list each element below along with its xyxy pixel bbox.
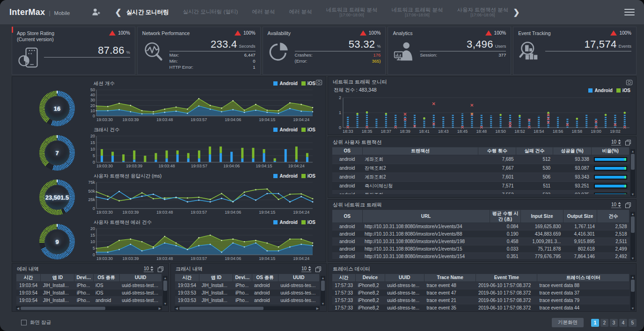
chevron-right-icon[interactable]: ❯ <box>513 8 520 16</box>
column-header[interactable]: UUID <box>278 274 319 282</box>
vertical-scrollbar[interactable]: ▲▼ <box>321 276 325 306</box>
add-user-icon[interactable] <box>91 7 101 17</box>
table-row[interactable]: 19:03:53JIH_Install...iPho...androiduuid… <box>175 296 320 304</box>
table-row[interactable]: 19:03:54JIH_Install...iPho...iOSuuid-str… <box>16 304 162 304</box>
page-button-5[interactable]: 5 <box>629 319 637 327</box>
column-header[interactable]: 시간 <box>175 274 199 282</box>
page-size-stepper[interactable]: 10 <box>611 202 621 208</box>
table-row[interactable]: 17:57:33iPhone8,2uuid-stress-te...trace … <box>332 289 629 296</box>
table-row[interactable]: 19:03:54JIH_Install...iPho...androiduuid… <box>16 296 162 304</box>
svg-text:18:43: 18:43 <box>438 129 449 134</box>
top-nav: InterMax | Mobile ❮ 실시간 모니터링실시간 모니터링 (멀티… <box>0 0 644 24</box>
table-row[interactable]: android통장조회7,55252393.075 <box>332 190 629 194</box>
tab-5[interactable]: 네트워크 트래픽 분석[17:06~18:06] <box>392 7 443 18</box>
column-header[interactable]: 앱 ID <box>199 274 233 282</box>
tab-1[interactable]: 실시간 모니터링 (멀티) <box>183 9 238 15</box>
column-header[interactable]: 성공율 (%) <box>553 147 592 155</box>
screen-lock-checkbox[interactable]: 화면 잠금 <box>21 319 51 326</box>
svg-text:15: 15 <box>90 140 95 145</box>
table-row[interactable]: android계좌조회27,60150693.343 <box>332 173 629 181</box>
svg-text:20: 20 <box>90 134 95 138</box>
column-header[interactable]: 평균 수행 시간 (초) <box>490 210 521 223</box>
column-header[interactable]: Event Time <box>476 274 537 282</box>
copy-icon[interactable] <box>625 139 631 146</box>
tab-0[interactable]: 실시간 모니터링 <box>126 9 169 15</box>
table-row[interactable]: android즉시이체신청7,57151193.251 <box>332 181 629 190</box>
table-row[interactable]: 17:57:33iPhone8,2uuid-stress-te...trace … <box>332 296 629 304</box>
column-header[interactable]: Trace Name <box>424 274 476 282</box>
top_network-grid: OSURL평균 수행 시간 (초)Input SizeOutput Size건수… <box>332 209 629 259</box>
kpi-value: 3,496Users <box>420 38 506 50</box>
column-header[interactable]: 시간 <box>332 274 356 282</box>
table-row[interactable]: 19:03:54JIH_Install...iPho...iOSuuid-str… <box>16 281 162 289</box>
table-row[interactable]: 19:03:53JIH_Install...iPho...androiduuid… <box>175 289 320 296</box>
page-button-4[interactable]: 4 <box>619 319 627 327</box>
column-header[interactable]: Input Size <box>521 210 564 223</box>
table-row[interactable]: android계좌조회7,68551293.338 <box>332 155 629 164</box>
tab-4[interactable]: 네트워크 트래픽 분석[17:00~18:00] <box>326 7 378 18</box>
table-row[interactable]: 17:57:33iPhone8,2uuid-stress-te...trace … <box>332 281 629 289</box>
table-row[interactable]: android잔액조회27,66753093.087 <box>332 164 629 173</box>
tab-3[interactable]: 에러 분석 <box>289 9 312 15</box>
horizontal-scrollbar[interactable]: ◀▶ <box>175 306 320 310</box>
column-header[interactable]: 비율(%) <box>592 147 629 155</box>
copy-icon[interactable] <box>625 202 631 209</box>
column-header[interactable]: UUID <box>119 274 161 282</box>
column-header[interactable]: Device <box>74 274 93 282</box>
column-header[interactable]: Device <box>233 274 252 282</box>
column-header[interactable]: UUID <box>385 274 424 282</box>
gauge-value: 16 <box>54 105 60 112</box>
table-row[interactable]: androidhttp://10.10.31.108:8080/imxstore… <box>332 230 629 238</box>
column-header[interactable]: Output Size <box>563 210 597 223</box>
column-header[interactable]: 수행 횟수 <box>478 147 516 155</box>
default-screen-button[interactable]: 기본화면 <box>552 318 584 327</box>
column-header[interactable]: OS <box>332 147 363 155</box>
page-size-stepper[interactable]: 10 <box>144 266 154 272</box>
vertical-scrollbar[interactable]: ▲▼ <box>630 275 635 310</box>
vertical-scrollbar[interactable]: ▲▼ <box>163 276 168 306</box>
svg-text:5: 5 <box>93 153 95 158</box>
kpi-card-4: Event Tracking100%17,574Events <box>513 27 637 75</box>
page-size-stepper[interactable]: 10 <box>301 266 311 272</box>
column-header[interactable]: 트레이스 데이터 <box>537 274 629 282</box>
svg-text:20: 20 <box>90 226 95 231</box>
page-button-1[interactable]: 1 <box>591 319 599 327</box>
copy-icon[interactable] <box>157 266 164 273</box>
page-button-2[interactable]: 2 <box>600 319 608 327</box>
menu-icon[interactable] <box>624 7 635 17</box>
vertical-scrollbar[interactable]: ▲▼ <box>630 212 635 260</box>
column-header[interactable]: URL <box>362 210 490 223</box>
chevron-left-icon[interactable]: ❮ <box>115 8 121 16</box>
table-row[interactable]: androidhttp://10.10.31.108:8080/imxstore… <box>332 253 629 259</box>
column-header[interactable]: 앱 ID <box>41 274 74 282</box>
table-row[interactable]: androidhttp://10.10.31.108:8080/imxstore… <box>332 223 629 230</box>
column-header[interactable]: OS <box>332 210 363 223</box>
kpi-percent: 100% <box>619 30 631 36</box>
column-header[interactable]: 실패 건수 <box>516 147 553 155</box>
table-row[interactable]: 19:03:53JIH_Install...iPho...androiduuid… <box>175 304 320 304</box>
kpi-status: 100% <box>610 30 631 36</box>
column-header[interactable]: 트랜잭션 <box>362 147 478 155</box>
realtime-charts-panel: 16723,501.59 세션 개수AndroidiOS010203040501… <box>12 76 326 262</box>
kpi-percent: 100% <box>369 30 381 36</box>
column-header[interactable]: 건수 <box>597 210 629 223</box>
tab-2[interactable]: 에러 분석 <box>252 9 275 15</box>
page-size-stepper[interactable]: 10 <box>611 139 621 145</box>
column-header[interactable]: OS 종류 <box>252 274 278 282</box>
page-button-3[interactable]: 3 <box>610 319 618 327</box>
table-row[interactable]: androidhttp://10.10.31.108:8080/imxstore… <box>332 238 629 245</box>
kpi-status: 100% <box>485 30 506 36</box>
table-row[interactable]: androidhttp://10.10.31.108:8080/imxstore… <box>332 245 629 253</box>
table-row[interactable]: 19:03:54JIH_Install...iPho...androiduuid… <box>175 281 320 289</box>
column-header[interactable]: 시간 <box>16 274 41 282</box>
table-row[interactable]: 17:57:33iPhone8,2uuid-stress-te...trace … <box>332 304 629 311</box>
table-row[interactable]: 19:03:54JIH_Install...iPho...iOSuuid-str… <box>16 289 162 296</box>
panel-title: 크래시 내역 <box>176 266 203 273</box>
vertical-scrollbar[interactable]: ▲▼ <box>630 149 635 196</box>
column-header[interactable]: Device <box>356 274 385 282</box>
tab-6[interactable]: 사용자 트랜잭션 분석[17:06~18:06] <box>457 7 508 18</box>
copy-icon[interactable] <box>315 266 322 273</box>
snapshot-icon[interactable] <box>626 79 633 86</box>
column-header[interactable]: OS 종류 <box>93 274 119 282</box>
horizontal-scrollbar[interactable]: ◀▶ <box>16 306 162 310</box>
